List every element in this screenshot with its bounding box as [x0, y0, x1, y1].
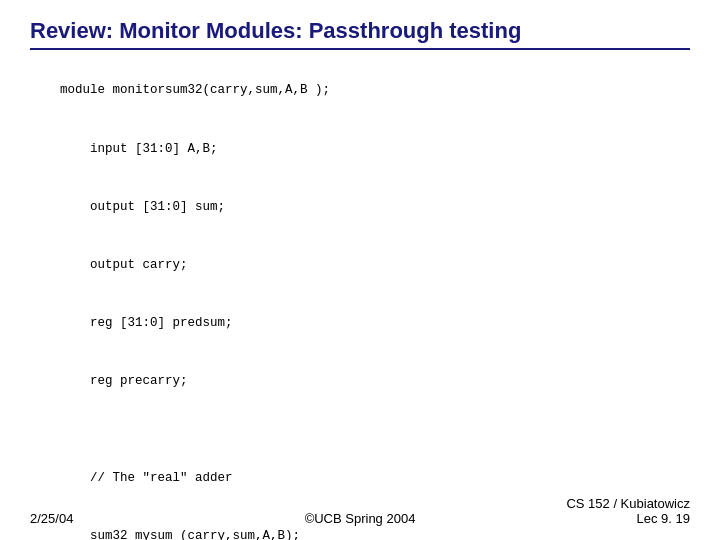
code-line-6: reg precarry;: [60, 374, 188, 388]
code-line-2: input [31:0] A,B;: [60, 142, 218, 156]
footer-copyright: ©UCB Spring 2004: [305, 511, 416, 526]
footer-course: CS 152 / Kubiatowicz Lec 9. 19: [566, 496, 690, 526]
footer-course-line1: CS 152 / Kubiatowicz: [566, 496, 690, 511]
slide-title: Review: Monitor Modules: Passthrough tes…: [30, 18, 690, 50]
code-block: module monitorsum32(carry,sum,A,B ); inp…: [30, 62, 690, 540]
slide-container: Review: Monitor Modules: Passthrough tes…: [0, 0, 720, 540]
code-line-8: // The "real" adder: [60, 471, 233, 485]
code-line-9: sum32 mysum (carry,sum,A,B);: [60, 529, 300, 540]
footer-course-line2: Lec 9. 19: [637, 511, 691, 526]
code-line-1: module monitorsum32(carry,sum,A,B );: [60, 83, 330, 97]
code-line-3: output [31:0] sum;: [60, 200, 225, 214]
code-line-5: reg [31:0] predsum;: [60, 316, 233, 330]
footer-date: 2/25/04: [30, 511, 73, 526]
code-line-4: output carry;: [60, 258, 188, 272]
